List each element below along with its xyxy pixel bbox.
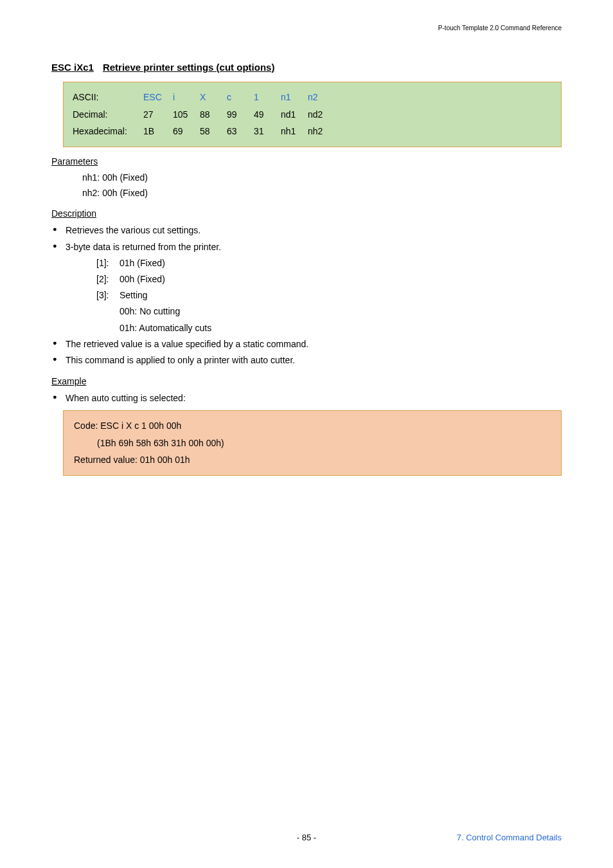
byte-val: Setting xyxy=(120,287,148,303)
cell: 27 xyxy=(143,106,173,123)
bullet-text: 3-byte data is returned from the printer… xyxy=(66,242,221,252)
example-list: When auto cutting is selected: xyxy=(51,390,562,406)
description-list: Retrieves the various cut settings. 3-by… xyxy=(51,222,562,368)
row-label: Decimal: xyxy=(73,106,143,123)
footer-section: 7. Control Command Details xyxy=(457,833,562,842)
bullet-text: The retrieved value is a value specified… xyxy=(66,339,308,349)
bullet-item: When auto cutting is selected: xyxy=(51,390,562,406)
byte-extra: 01h: Automatically cuts xyxy=(120,320,562,336)
example-line: Code: ESC i X c 1 00h 00h xyxy=(74,417,551,435)
byte-extra: 00h: No cutting xyxy=(120,303,562,320)
cell: 1B xyxy=(143,123,173,140)
code-row-decimal: Decimal: 27 105 88 99 49 nd1 nd2 xyxy=(73,106,552,123)
page-title: ESC iXc1Retrieve printer settings (cut o… xyxy=(51,62,562,73)
header-right: P-touch Template 2.0 Command Reference xyxy=(438,24,562,32)
description-head: Description xyxy=(51,208,562,219)
cell: 58 xyxy=(200,123,227,140)
row-label: Hexadecimal: xyxy=(73,123,143,140)
code-row-ascii: ASCII: ESC i X c 1 n1 n2 xyxy=(73,89,552,106)
byte-label: [1]: xyxy=(96,255,120,271)
byte-label: [3]: xyxy=(96,287,120,303)
cell: 49 xyxy=(254,106,281,123)
example-head: Example xyxy=(51,376,562,386)
bullet-text: When auto cutting is selected: xyxy=(66,393,186,403)
bullet-text: This command is applied to only a printe… xyxy=(66,355,295,365)
cell: X xyxy=(200,89,227,106)
cell: i xyxy=(173,89,200,106)
bullet-item: 3-byte data is returned from the printer… xyxy=(51,239,562,336)
bullet-text: Retrieves the various cut settings. xyxy=(66,225,200,235)
cell: 1 xyxy=(254,89,281,106)
example-line: (1Bh 69h 58h 63h 31h 00h 00h) xyxy=(97,435,551,452)
row-label: ASCII: xyxy=(73,89,143,106)
title-desc: Retrieve printer settings (cut options) xyxy=(103,62,275,73)
bullet-item: Retrieves the various cut settings. xyxy=(51,222,562,239)
byte-row: [1]: 01h (Fixed) xyxy=(96,255,562,271)
cell: 63 xyxy=(227,123,254,140)
bullet-item: The retrieved value is a value specified… xyxy=(51,336,562,352)
cell: 88 xyxy=(200,106,227,123)
cell: n1 xyxy=(281,89,308,106)
byte-list: [1]: 01h (Fixed) [2]: 00h (Fixed) [3]: S… xyxy=(96,255,562,336)
code-row-hex: Hexadecimal: 1B 69 58 63 31 nh1 nh2 xyxy=(73,123,552,140)
byte-row: [3]: Setting xyxy=(96,287,562,303)
byte-val: 01h (Fixed) xyxy=(120,255,165,271)
cell: 105 xyxy=(173,106,200,123)
param-line: nh1: 00h (Fixed) xyxy=(82,170,562,186)
cell: c xyxy=(227,89,254,106)
parameters-head: Parameters xyxy=(51,156,562,167)
param-line: nh2: 00h (Fixed) xyxy=(82,186,562,201)
footer: - 85 - 7. Control Command Details xyxy=(0,833,613,842)
title-cmd: ESC iXc1 xyxy=(51,62,94,73)
example-box: Code: ESC i X c 1 00h 00h (1Bh 69h 58h 6… xyxy=(63,410,562,476)
byte-label: [2]: xyxy=(96,271,120,287)
cell: ESC xyxy=(143,89,173,106)
cell: 99 xyxy=(227,106,254,123)
bullet-item: This command is applied to only a printe… xyxy=(51,352,562,368)
byte-val: 00h (Fixed) xyxy=(120,271,165,287)
cell: nd1 xyxy=(281,106,308,123)
cell: nh1 xyxy=(281,123,308,140)
cell: 31 xyxy=(254,123,281,140)
cell: nh2 xyxy=(308,123,335,140)
code-table: ASCII: ESC i X c 1 n1 n2 Decimal: 27 105… xyxy=(63,82,562,147)
cell: nd2 xyxy=(308,106,335,123)
cell: n2 xyxy=(308,89,335,106)
cell: 69 xyxy=(173,123,200,140)
byte-row: [2]: 00h (Fixed) xyxy=(96,271,562,287)
example-line: Returned value: 01h 00h 01h xyxy=(74,451,551,469)
